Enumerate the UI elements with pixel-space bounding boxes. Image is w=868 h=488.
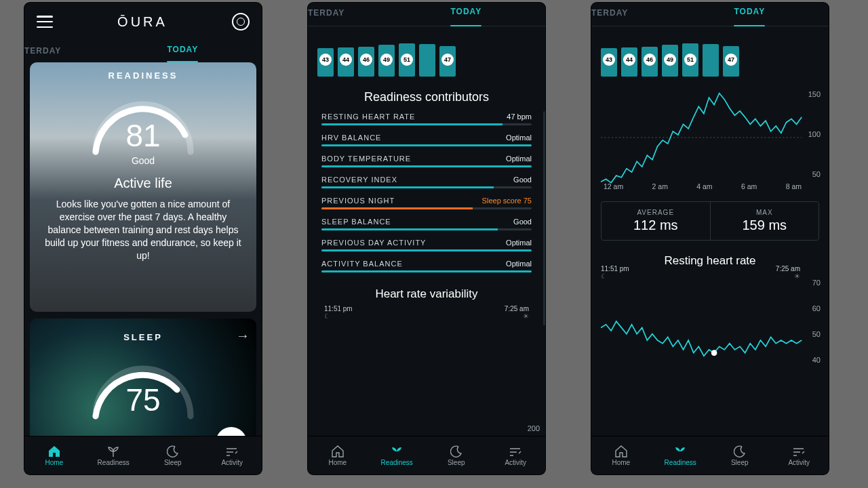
- contributor-row[interactable]: RECOVERY INDEXGood: [321, 176, 532, 184]
- sleep-score: 75: [82, 382, 204, 418]
- readiness-card[interactable]: READINESS 81 Good Active life Looks like…: [30, 62, 256, 312]
- add-button[interactable]: +: [216, 427, 247, 436]
- sun-small-icon: ☀: [505, 312, 529, 320]
- weekly-scores-chart[interactable]: 434446495147: [591, 26, 829, 85]
- nav-sleep[interactable]: Sleep: [143, 436, 203, 474]
- readiness-contributors-screen: TERDAY TODAY 434446495147 Readiness cont…: [308, 3, 545, 474]
- contributor-row[interactable]: HRV BALANCEOptimal: [321, 134, 532, 142]
- sleep-card[interactable]: → SLEEP 75 +: [30, 319, 256, 436]
- hrv-section-title: Heart rate variability: [308, 287, 545, 301]
- nav-activity[interactable]: Activity: [486, 436, 546, 474]
- sprout-icon: [390, 445, 403, 458]
- nav-sleep[interactable]: Sleep: [427, 436, 486, 474]
- contributor-row[interactable]: PREVIOUS DAY ACTIVITYOptimal: [321, 239, 532, 247]
- readiness-rating: Good: [42, 155, 244, 166]
- sleep-title: SLEEP: [42, 332, 244, 342]
- tab-today[interactable]: TODAY: [671, 3, 829, 26]
- contributor-row[interactable]: ACTIVITY BALANCEOptimal: [321, 260, 532, 268]
- ring-status-icon[interactable]: [232, 13, 250, 30]
- activity-icon: [509, 445, 522, 458]
- tab-today[interactable]: TODAY: [387, 3, 545, 26]
- readiness-gauge: 81: [82, 87, 204, 155]
- nav-home[interactable]: Home: [591, 436, 651, 474]
- home-icon: [614, 445, 628, 458]
- activity-icon: [225, 445, 239, 458]
- contributors-title: Readiness contributors: [308, 90, 545, 104]
- nav-activity[interactable]: Activity: [203, 436, 262, 474]
- activity-icon: [792, 445, 806, 458]
- readiness-headline: Active life: [42, 176, 244, 191]
- bottom-nav: Home Readiness Sleep Activity: [24, 436, 262, 474]
- contributor-row[interactable]: RESTING HEART RATE47 bpm: [321, 113, 532, 121]
- hrv-max: MAX159 ms: [710, 202, 819, 240]
- moon-icon: [450, 445, 463, 458]
- tab-yesterday[interactable]: TERDAY: [308, 3, 387, 26]
- contributors-list: RESTING HEART RATE47 bpmHRV BALANCEOptim…: [308, 113, 545, 272]
- home-icon: [47, 445, 61, 458]
- moon-small-icon: ☾: [324, 312, 353, 320]
- nav-readiness[interactable]: Readiness: [84, 436, 144, 474]
- tab-yesterday[interactable]: TERDAY: [591, 3, 671, 26]
- readiness-title: READINESS: [42, 70, 244, 81]
- menu-icon[interactable]: [37, 16, 53, 28]
- nav-activity[interactable]: Activity: [770, 436, 829, 474]
- sprout-icon: [673, 445, 687, 458]
- moon-icon: [166, 445, 180, 458]
- svg-point-1: [711, 350, 717, 356]
- hrv-stats: AVERAGE112 ms MAX159 ms: [601, 201, 819, 241]
- nav-home[interactable]: Home: [24, 436, 84, 474]
- readiness-body: Looks like you've gotten a nice amount o…: [42, 198, 244, 262]
- chevron-right-icon[interactable]: →: [236, 328, 250, 344]
- hrv-end-time: 7:25 am: [505, 305, 529, 312]
- contributor-row[interactable]: BODY TEMPERATUREOptimal: [321, 155, 532, 163]
- tab-today[interactable]: TODAY: [104, 41, 262, 62]
- moon-icon: [733, 445, 747, 458]
- nav-readiness[interactable]: Readiness: [368, 436, 427, 474]
- readiness-score: 81: [82, 117, 204, 154]
- home-icon: [331, 445, 344, 458]
- scrollbar[interactable]: [543, 111, 545, 325]
- hrv-avg: AVERAGE112 ms: [601, 202, 710, 240]
- sprout-icon: [106, 445, 120, 458]
- rhr-start-time: 11:51 pm: [601, 265, 629, 272]
- hrv-chart[interactable]: 15010050: [601, 89, 819, 180]
- readiness-charts-screen: TERDAY TODAY 434446495147 15010050 12 am…: [591, 3, 829, 474]
- tab-yesterday[interactable]: TERDAY: [24, 41, 104, 62]
- hrv-start-time: 11:51 pm: [324, 305, 353, 312]
- day-tabs: TERDAY TODAY: [24, 41, 262, 62]
- hrv-y-hint: 200: [528, 424, 540, 432]
- nav-sleep[interactable]: Sleep: [710, 436, 770, 474]
- sleep-gauge: 75: [82, 352, 204, 420]
- home-screen: ŌURA TERDAY TODAY READINESS 81 Good Acti…: [24, 3, 262, 474]
- rhr-end-time: 7:25 am: [776, 265, 800, 272]
- contributor-row[interactable]: SLEEP BALANCEGood: [321, 218, 532, 226]
- nav-home[interactable]: Home: [308, 436, 368, 474]
- brand-logo: ŌURA: [117, 14, 167, 30]
- weekly-scores-chart[interactable]: 434446495147: [308, 26, 545, 85]
- top-bar: ŌURA: [24, 3, 262, 41]
- contributor-row[interactable]: PREVIOUS NIGHTSleep score 75: [321, 197, 532, 205]
- nav-readiness[interactable]: Readiness: [651, 436, 711, 474]
- rhr-chart[interactable]: 11:51 pm☾ 7:25 am☀ 70605040: [601, 277, 819, 365]
